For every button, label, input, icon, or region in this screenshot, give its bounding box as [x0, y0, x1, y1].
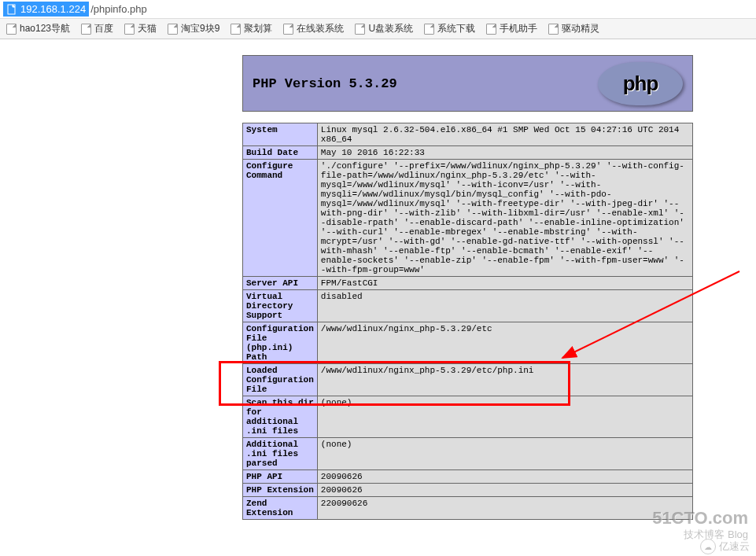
row-value: (none) — [317, 396, 692, 438]
bookmark-item[interactable]: 淘宝9块9 — [168, 22, 219, 35]
page-icon — [6, 4, 17, 15]
row-label: Scan this dir for additional .ini files — [243, 396, 318, 438]
bookmark-label: 驱动精灵 — [562, 22, 599, 35]
row-value: May 10 2016 16:22:33 — [317, 146, 692, 160]
row-value: Linux mysql 2.6.32-504.el6.x86_64 #1 SMP… — [317, 123, 692, 146]
bookmarks-bar: hao123导航 百度 天猫 淘宝9块9 聚划算 在线装系统 U盘装系统 系统下… — [0, 19, 756, 39]
row-value: 20090626 — [317, 484, 692, 497]
page-icon — [124, 24, 135, 35]
watermark-yisu: ☁ 亿速云 — [700, 539, 750, 554]
content-area: PHP Version 5.3.29 php SystemLinux mysql… — [0, 39, 756, 520]
row-value: 20090626 — [317, 470, 692, 484]
row-value: FPM/FastCGI — [317, 277, 692, 290]
phpinfo-header: PHP Version 5.3.29 php — [242, 55, 693, 112]
page-icon — [283, 24, 293, 35]
table-row: PHP Extension20090626 — [243, 484, 693, 497]
row-label: System — [243, 123, 318, 146]
php-version-title: PHP Version 5.3.29 — [253, 76, 397, 91]
page-icon — [168, 24, 178, 35]
bookmark-item[interactable]: 聚划算 — [230, 22, 272, 35]
row-value: 220090626 — [317, 497, 692, 520]
row-label: Zend Extension — [243, 497, 318, 520]
bookmark-label: 百度 — [94, 22, 113, 35]
page-icon — [355, 24, 365, 35]
watermark-sub: 技术博客 Blog — [684, 528, 748, 542]
table-row: Loaded Configuration File/www/wdlinux/ng… — [243, 364, 693, 396]
row-label: Virtual Directory Support — [243, 290, 318, 322]
row-label: Configuration File (php.ini) Path — [243, 322, 318, 364]
row-value: /www/wdlinux/nginx_php-5.3.29/etc — [317, 322, 692, 364]
watermark-yisu-text: 亿速云 — [719, 539, 750, 554]
page-icon — [486, 24, 496, 35]
table-row: Scan this dir for additional .ini files(… — [243, 396, 693, 438]
table-row: Build DateMay 10 2016 16:22:33 — [243, 146, 693, 160]
bookmark-label: 聚划算 — [244, 22, 272, 35]
row-value: (none) — [317, 438, 692, 470]
row-label: Build Date — [243, 146, 318, 160]
url-bar[interactable]: 192.168.1.224 /phpinfo.php — [0, 0, 756, 19]
row-label: Loaded Configuration File — [243, 364, 318, 396]
row-label: PHP API — [243, 470, 318, 484]
php-logo: php — [598, 62, 683, 105]
row-label: Configure Command — [243, 160, 318, 277]
bookmark-item[interactable]: 手机助手 — [486, 22, 537, 35]
url-host: 192.168.1.224 — [3, 2, 89, 17]
table-row: Server APIFPM/FastCGI — [243, 277, 693, 290]
bookmark-label: 系统下载 — [437, 22, 475, 35]
row-value: /www/wdlinux/nginx_php-5.3.29/etc/php.in… — [317, 364, 692, 396]
row-label: Server API — [243, 277, 318, 290]
table-row: SystemLinux mysql 2.6.32-504.el6.x86_64 … — [243, 123, 693, 146]
page-icon — [230, 24, 241, 35]
url-path: /phpinfo.php — [89, 2, 149, 17]
page-icon — [424, 24, 434, 35]
bookmark-item[interactable]: 百度 — [81, 22, 113, 35]
row-label: Additional .ini files parsed — [243, 438, 318, 470]
php-logo-text: php — [623, 72, 658, 96]
bookmark-item[interactable]: hao123导航 — [6, 22, 70, 35]
table-row: PHP API20090626 — [243, 470, 693, 484]
bookmark-label: 淘宝9块9 — [181, 22, 219, 35]
page-icon — [548, 24, 559, 35]
phpinfo-table: SystemLinux mysql 2.6.32-504.el6.x86_64 … — [242, 123, 693, 520]
bookmark-label: U盘装系统 — [368, 22, 413, 35]
cloud-icon: ☁ — [700, 539, 716, 554]
bookmark-item[interactable]: U盘装系统 — [355, 22, 413, 35]
table-row: Configuration File (php.ini) Path/www/wd… — [243, 322, 693, 364]
table-row: Configure Command'./configure' '--prefix… — [243, 160, 693, 277]
table-row: Virtual Directory Supportdisabled — [243, 290, 693, 322]
bookmark-label: 手机助手 — [500, 22, 537, 35]
bookmark-label: 天猫 — [138, 22, 157, 35]
bookmark-label: hao123导航 — [20, 22, 70, 35]
table-row: Zend Extension220090626 — [243, 497, 693, 520]
bookmark-item[interactable]: 在线装系统 — [283, 22, 344, 35]
page-icon — [81, 24, 91, 35]
bookmark-item[interactable]: 驱动精灵 — [548, 22, 599, 35]
bookmark-label: 在线装系统 — [297, 22, 344, 35]
page-icon — [6, 24, 17, 35]
bookmark-item[interactable]: 系统下载 — [424, 22, 475, 35]
bookmark-item[interactable]: 天猫 — [124, 22, 157, 35]
row-label: PHP Extension — [243, 484, 318, 497]
row-value: disabled — [317, 290, 692, 322]
row-value: './configure' '--prefix=/www/wdlinux/ngi… — [317, 160, 692, 277]
table-row: Additional .ini files parsed(none) — [243, 438, 693, 470]
